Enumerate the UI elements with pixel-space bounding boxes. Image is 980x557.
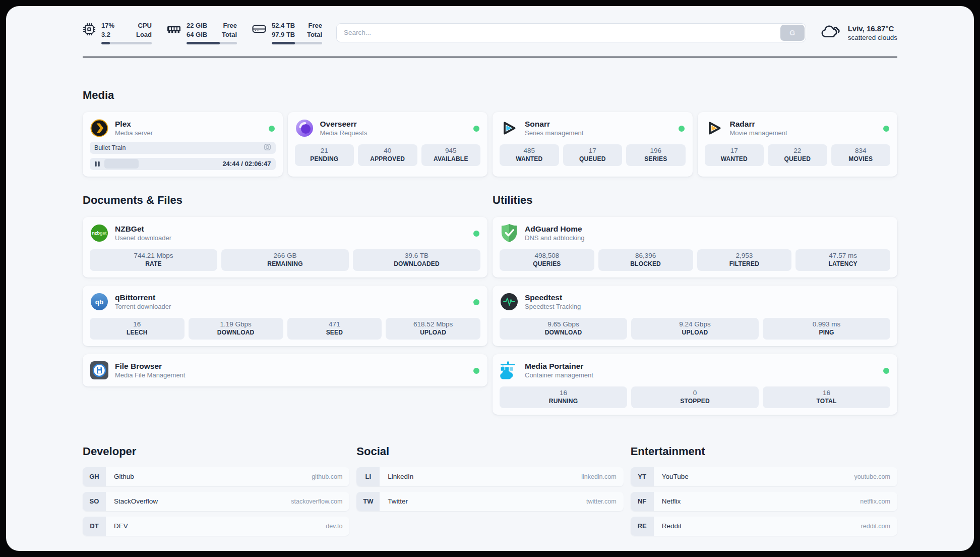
app-subtitle: Series management	[525, 129, 583, 137]
qbittorrent-icon: qb	[90, 292, 109, 311]
status-dot	[473, 231, 479, 237]
app-subtitle: Media Requests	[320, 129, 368, 137]
app-card-nzbget[interactable]: nzbget NZBGet Usenet downloader 744.21 M…	[83, 217, 487, 277]
header-divider	[83, 57, 897, 58]
status-dot	[473, 368, 479, 374]
app-title: File Browser	[115, 362, 185, 371]
status-dot	[679, 126, 685, 132]
bookmark-url: reddit.com	[861, 523, 890, 530]
cloud-icon	[820, 24, 841, 42]
disk-free-value: 52.4 TB	[272, 21, 295, 30]
svg-text:qb: qb	[95, 298, 104, 306]
radarr-icon	[705, 119, 724, 138]
bookmark-abbr: SO	[83, 492, 106, 511]
dashboard-page: 17% 3.2 CPU Load	[6, 6, 974, 551]
section-heading-documents: Documents & Files	[83, 194, 487, 207]
stat-queries: 498,508QUERIES	[500, 249, 594, 271]
bookmark-twitter[interactable]: TW Twitter twitter.com	[356, 492, 623, 511]
memory-progress-track	[187, 42, 237, 44]
disk-progress-fill	[272, 42, 295, 44]
stat-leech: 16LEECH	[90, 318, 185, 340]
disk-progress-track	[272, 42, 322, 44]
bookmark-abbr: NF	[631, 492, 654, 511]
disk-widget: 52.4 TB 97.9 TB Free Total	[252, 21, 322, 44]
weather-widget[interactable]: Lviv, 16.87°C scattered clouds	[820, 24, 897, 42]
app-card-adguard[interactable]: AdGuard Home DNS and adblocking 498,508Q…	[493, 217, 897, 277]
cpu-load-label: Load	[136, 30, 152, 39]
stat-queued: 22QUEUED	[768, 144, 827, 166]
weather-condition: scattered clouds	[848, 34, 897, 41]
bookmark-name: Twitter	[388, 497, 408, 505]
sonarr-icon	[500, 119, 519, 138]
bookmark-abbr: TW	[356, 492, 380, 511]
app-card-overseerr[interactable]: Overseerr Media Requests 21PENDING 40APP…	[288, 112, 488, 177]
app-card-plex[interactable]: Plex Media server Bullet Train 24:44 / 0…	[83, 112, 283, 177]
filebrowser-icon	[90, 361, 109, 380]
bookmark-url: netflix.com	[860, 498, 890, 505]
bookmark-linkedin[interactable]: LI LinkedIn linkedin.com	[356, 467, 623, 486]
stat-wanted: 17WANTED	[705, 144, 764, 166]
memory-progress-fill	[187, 42, 220, 44]
app-card-filebrowser[interactable]: File Browser Media File Management	[83, 354, 487, 386]
bookmark-abbr: GH	[83, 467, 106, 486]
app-subtitle: Speedtest Tracking	[525, 303, 581, 310]
app-subtitle: Movie management	[730, 129, 787, 137]
utilities-column: Utilities AdGuard Home DNS a	[493, 194, 897, 415]
portainer-icon	[500, 361, 519, 380]
status-dot	[473, 126, 479, 132]
app-title: Plex	[115, 120, 153, 129]
disk-total-value: 97.9 TB	[272, 30, 295, 39]
bookmark-stackoverflow[interactable]: SO StackOverflow stackoverflow.com	[83, 492, 349, 511]
section-heading-developer: Developer	[83, 445, 349, 458]
app-subtitle: Torrent downloader	[115, 303, 171, 310]
bookmark-url: dev.to	[326, 523, 342, 530]
bookmark-abbr: LI	[356, 467, 380, 486]
bookmark-reddit[interactable]: RE Reddit reddit.com	[631, 517, 897, 536]
weather-location-temp: Lviv, 16.87°C	[848, 24, 897, 33]
top-bar: 17% 3.2 CPU Load	[83, 21, 897, 44]
app-card-speedtest[interactable]: Speedtest Speedtest Tracking 9.65 GbpsDO…	[493, 286, 897, 346]
media-card-grid: Plex Media server Bullet Train 24:44 / 0…	[83, 112, 897, 177]
bookmark-url: linkedin.com	[581, 473, 616, 480]
app-card-qbittorrent[interactable]: qb qBittorrent Torrent downloader 16LEEC…	[83, 286, 487, 346]
section-heading-entertainment: Entertainment	[631, 445, 897, 458]
stat-blocked: 86,396BLOCKED	[598, 249, 693, 271]
memory-total-value: 64 GiB	[187, 30, 207, 39]
stat-seed: 471SEED	[287, 318, 382, 340]
bookmark-url: github.com	[312, 473, 342, 480]
bookmark-name: DEV	[114, 522, 128, 530]
bookmark-name: YouTube	[662, 473, 689, 480]
stat-series: 196SERIES	[626, 144, 686, 166]
search-input[interactable]	[336, 23, 806, 42]
section-heading-social: Social	[356, 445, 623, 458]
bookmark-group-social: Social LI LinkedIn linkedin.com TW Twitt…	[356, 445, 623, 536]
app-card-portainer[interactable]: Media Portainer Container management 16R…	[493, 354, 897, 415]
search-provider-button[interactable]: G	[780, 25, 805, 41]
bookmark-name: Github	[114, 473, 134, 480]
app-title: Media Portainer	[525, 362, 593, 371]
app-title: Speedtest	[525, 293, 581, 302]
bookmark-youtube[interactable]: YT YouTube youtube.com	[631, 467, 897, 486]
cpu-progress-fill	[101, 42, 110, 44]
resource-widgets: 17% 3.2 CPU Load	[83, 21, 322, 44]
search-bar: G	[336, 23, 806, 42]
pause-icon[interactable]	[94, 161, 101, 167]
app-subtitle: Container management	[525, 371, 593, 379]
bookmark-abbr: DT	[83, 517, 106, 536]
bookmark-github[interactable]: GH Github github.com	[83, 467, 349, 486]
app-subtitle: DNS and adblocking	[525, 234, 585, 242]
stat-queued: 17QUEUED	[563, 144, 623, 166]
playback-progress-fill[interactable]	[104, 159, 139, 169]
bookmark-name: Reddit	[662, 522, 682, 530]
stat-filtered: 2,953FILTERED	[697, 249, 792, 271]
bookmark-netflix[interactable]: NF Netflix netflix.com	[631, 492, 897, 511]
cpu-usage-value: 17%	[101, 21, 114, 30]
bookmark-dev[interactable]: DT DEV dev.to	[83, 517, 349, 536]
app-card-sonarr[interactable]: Sonarr Series management 485WANTED 17QUE…	[493, 112, 693, 177]
app-card-radarr[interactable]: Radarr Movie management 17WANTED 22QUEUE…	[698, 112, 898, 177]
disk-free-label: Free	[307, 21, 322, 30]
now-playing-title: Bullet Train	[94, 144, 126, 151]
section-heading-utilities: Utilities	[493, 194, 897, 207]
stat-stopped: 0STOPPED	[631, 386, 759, 408]
memory-widget: 22 GiB 64 GiB Free Total	[167, 21, 237, 44]
